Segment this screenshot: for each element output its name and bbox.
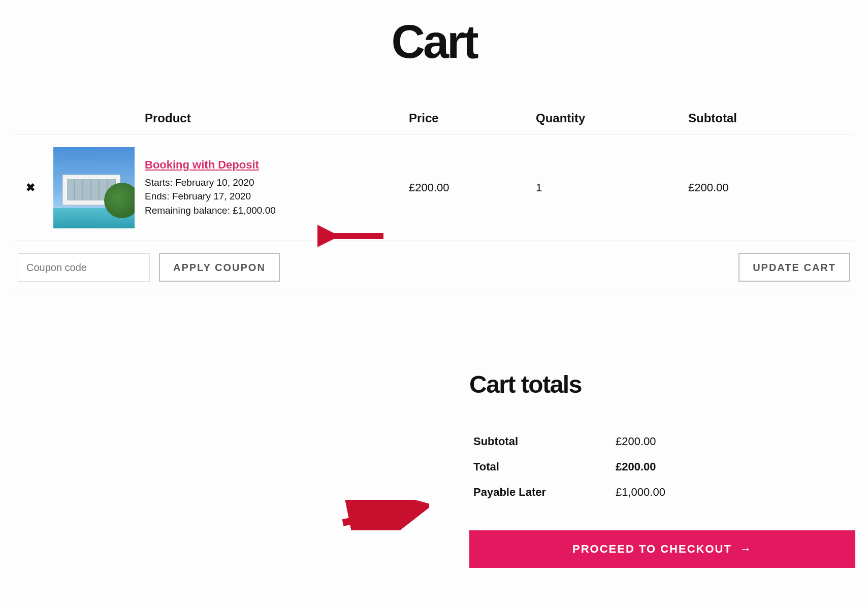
cart-table: Product Price Quantity Subtotal ✖ Booki [13,104,855,294]
total-label: Total [469,454,612,480]
update-cart-button[interactable]: UPDATE CART [738,253,850,282]
payable-later-value: £1,000.00 [612,480,855,505]
header-price: Price [404,104,531,135]
ends-label: Ends: [145,189,170,204]
cart-totals-title: Cart totals [469,370,855,398]
header-subtotal: Subtotal [683,104,855,135]
item-quantity: 1 [531,135,683,241]
cart-row: ✖ Booking with Deposit Starts: February … [13,135,855,241]
product-thumbnail[interactable] [53,147,135,228]
balance-value: £1,000.00 [233,205,276,216]
header-quantity: Quantity [531,104,683,135]
item-price: £200.00 [404,135,531,241]
checkout-label: PROCEED TO CHECKOUT [572,543,732,555]
payable-later-label: Payable Later [469,480,612,505]
subtotal-value: £200.00 [612,429,855,454]
remove-item-button[interactable]: ✖ [26,181,35,194]
starts-label: Starts: [145,176,173,190]
total-value: £200.00 [612,454,855,480]
proceed-to-checkout-button[interactable]: PROCEED TO CHECKOUT → [469,530,855,568]
balance-label: Remaining balance: [145,204,230,218]
header-product: Product [140,104,404,135]
annotation-arrow-icon [338,500,429,530]
cart-totals-table: Subtotal £200.00 Total £200.00 Payable L… [469,429,855,505]
product-meta: Starts: February 10, 2020 Ends: February… [145,176,399,218]
coupon-input[interactable] [18,253,150,282]
item-subtotal: £200.00 [683,135,855,241]
starts-value: February 10, 2020 [175,177,254,188]
product-link[interactable]: Booking with Deposit [145,158,259,171]
page-title: Cart [13,15,855,69]
svg-line-1 [343,507,419,523]
ends-value: February 17, 2020 [172,191,251,201]
subtotal-label: Subtotal [469,429,612,454]
arrow-right-icon: → [740,543,752,555]
apply-coupon-button[interactable]: APPLY COUPON [159,253,280,282]
